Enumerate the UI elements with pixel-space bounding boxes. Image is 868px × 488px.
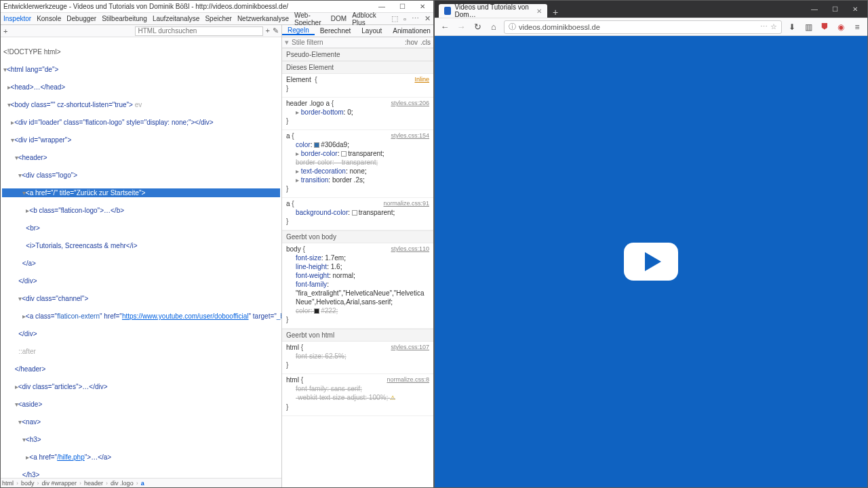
forward-button[interactable]: →: [455, 22, 467, 32]
responsive-icon[interactable]: ⬚: [391, 14, 398, 23]
source-link[interactable]: styles.css:107: [391, 343, 429, 352]
tab-title: Videos und Tutorials von Dom…: [455, 3, 532, 18]
rule-element-inline: Element { Inline }: [282, 74, 433, 98]
tab-computed[interactable]: Berechnet: [315, 27, 357, 35]
tool-console[interactable]: Konsole: [37, 15, 61, 22]
info-icon[interactable]: ⓘ: [509, 22, 516, 32]
devtools-toolbar: Inspektor Konsole Debugger Stilbearbeitu…: [1, 13, 433, 25]
rules-body[interactable]: Pseudo-Elemente Dieses Element Element {…: [282, 48, 433, 487]
crumb-html[interactable]: html: [2, 480, 14, 487]
add-tab-button[interactable]: +: [3, 27, 7, 35]
dock-icon[interactable]: ▫: [403, 15, 406, 23]
rules-panel: Regeln Berechnet Layout Animationen Schr…: [282, 25, 433, 487]
rule-html-1: html { styles.css:107 font-size: 62.5%; …: [282, 342, 433, 374]
source-link[interactable]: styles.css:206: [391, 99, 429, 108]
section-inherit-body: Geerbt von body: [282, 230, 433, 243]
url-bar[interactable]: ⓘ videos.dominikboessl.de ⋯ ☆: [504, 20, 782, 34]
play-icon: [645, 252, 661, 271]
hov-button[interactable]: :hov: [405, 39, 418, 46]
tab-animations[interactable]: Animationen: [387, 27, 433, 35]
tool-storage[interactable]: Web-Speicher: [294, 12, 326, 26]
add-node-button[interactable]: +: [266, 26, 270, 35]
source-link[interactable]: styles.css:154: [391, 131, 429, 140]
page-action-icon[interactable]: ⋯: [760, 22, 768, 31]
source-link[interactable]: styles.css:110: [391, 245, 429, 253]
extension-icon[interactable]: ◉: [835, 22, 847, 32]
cls-button[interactable]: .cls: [420, 39, 431, 46]
source-inline[interactable]: Inline: [414, 75, 429, 84]
crumb-logo[interactable]: div .logo: [111, 480, 134, 487]
window-controls: — ☐ ✕: [806, 5, 867, 13]
rule-logo-a: header .logo a { styles.css:206 ▸ border…: [282, 98, 433, 130]
adblock-icon[interactable]: ⛊: [818, 22, 831, 32]
new-tab-button[interactable]: +: [547, 7, 564, 18]
breadcrumbs: html› body› div #wrapper› header› div .l…: [1, 478, 281, 487]
tool-styleedit[interactable]: Stilbearbeitung: [102, 15, 147, 22]
section-pseudo[interactable]: Pseudo-Elemente: [282, 48, 433, 61]
eyedropper-icon[interactable]: ✎: [273, 26, 279, 35]
menu-icon[interactable]: ≡: [851, 22, 863, 32]
source-link[interactable]: normalize.css:8: [387, 375, 429, 384]
window-title: Entwicklerwerkzeuge - Videos und Tutoria…: [3, 3, 374, 10]
rule-a: a { styles.css:154 color: #306da9; ▸ bor…: [282, 130, 433, 198]
page-content: [435, 36, 867, 487]
warning-icon: ⚠: [390, 394, 395, 401]
rules-filter: ▾ :hov .cls: [282, 37, 433, 48]
browser-toolbar: ← → ↻ ⌂ ⓘ videos.dominikboessl.de ⋯ ☆ ⬇ …: [435, 18, 867, 36]
close-devtools-button[interactable]: ✕: [425, 14, 431, 23]
tab-strip: Videos und Tutorials von Dom… ✕ +: [435, 1, 806, 18]
window-controls: — ☐ ✕: [374, 3, 431, 10]
browser-titlebar: Videos und Tutorials von Dom… ✕ + — ☐ ✕: [435, 1, 867, 18]
markup-panel: + + ✎ <!DOCTYPE html> ▾<html lang="de"> …: [1, 25, 282, 487]
tool-perf[interactable]: Laufzeitanalyse: [153, 15, 200, 22]
close-button[interactable]: ✕: [414, 3, 431, 10]
bookmark-icon[interactable]: ☆: [770, 22, 777, 31]
maximize-button[interactable]: ☐: [394, 3, 410, 10]
tool-dom[interactable]: DOM: [331, 15, 347, 22]
rule-html-2: html { normalize.css:8 font-family: sans…: [282, 374, 433, 416]
crumb-header[interactable]: header: [84, 480, 103, 487]
url-text: videos.dominikboessl.de: [519, 23, 757, 31]
download-icon[interactable]: ⬇: [786, 22, 798, 32]
close-button[interactable]: ✕: [847, 5, 863, 13]
tool-network[interactable]: Netzwerkanalyse: [237, 15, 289, 22]
minimize-button[interactable]: —: [806, 5, 823, 13]
crumb-a[interactable]: a: [141, 480, 144, 487]
section-inherit-html: Geerbt von html: [282, 329, 433, 342]
tool-inspector[interactable]: Inspektor: [3, 15, 31, 22]
selected-node[interactable]: ▾<a href="/" title="Zurück zur Startseit…: [2, 188, 280, 197]
tool-memory[interactable]: Speicher: [205, 15, 231, 22]
back-button[interactable]: ←: [439, 22, 451, 32]
tool-debugger[interactable]: Debugger: [66, 15, 96, 22]
maximize-button[interactable]: ☐: [827, 5, 843, 13]
filter-icon: ▾: [285, 38, 289, 47]
browser-window: Videos und Tutorials von Dom… ✕ + — ☐ ✕ …: [434, 0, 868, 488]
section-this-element: Dieses Element: [282, 61, 433, 74]
settings-icon[interactable]: ⋯: [412, 14, 419, 23]
markup-toolbar: + + ✎: [1, 25, 281, 37]
rule-a-normalize: a { normalize.css:91 background-color: t…: [282, 198, 433, 230]
home-button[interactable]: ⌂: [488, 22, 500, 32]
tool-adblock[interactable]: Adblock Plus: [352, 12, 380, 26]
source-link[interactable]: normalize.css:91: [383, 199, 429, 208]
crumb-wrapper[interactable]: div #wrapper: [42, 480, 77, 487]
tab-layout[interactable]: Layout: [356, 27, 387, 35]
youtube-logo-icon: [624, 243, 678, 281]
crumb-body[interactable]: body: [21, 480, 35, 487]
favicon-icon: [444, 7, 451, 15]
library-icon[interactable]: ▥: [802, 22, 814, 32]
minimize-button[interactable]: —: [374, 3, 390, 10]
rule-body: body { styles.css:110 font-size: 1.7em; …: [282, 243, 433, 329]
browser-tab[interactable]: Videos und Tutorials von Dom… ✕: [439, 4, 547, 18]
markup-tree[interactable]: <!DOCTYPE html> ▾<html lang="de"> ▸<head…: [1, 37, 281, 478]
html-search-input[interactable]: [135, 26, 263, 36]
rules-tabs: Regeln Berechnet Layout Animationen Schr…: [282, 25, 433, 37]
devtools-window: Entwicklerwerkzeuge - Videos und Tutoria…: [0, 0, 434, 488]
rules-filter-input[interactable]: [292, 39, 402, 46]
reload-button[interactable]: ↻: [471, 22, 484, 32]
tab-close-button[interactable]: ✕: [536, 7, 542, 15]
tab-rules[interactable]: Regeln: [282, 26, 315, 35]
